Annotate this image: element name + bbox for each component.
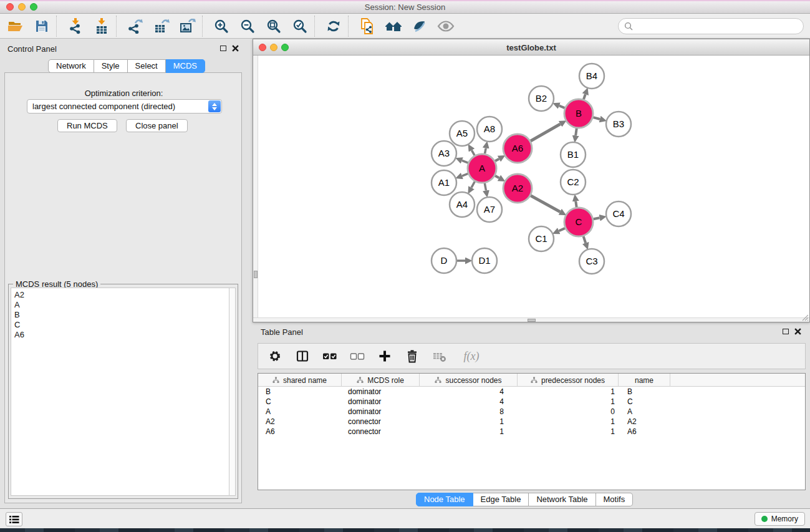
tab-select[interactable]: Select [128, 59, 166, 73]
graph-node-C2[interactable]: C2 [561, 170, 586, 195]
import-table-button[interactable] [90, 15, 113, 37]
export-image-button[interactable] [176, 15, 199, 37]
tab-network[interactable]: Network [48, 59, 94, 73]
apply-layout-button[interactable] [322, 15, 345, 37]
table-cell[interactable]: 1 [420, 417, 518, 427]
graph-node-A2[interactable]: A2 [503, 174, 532, 203]
mcds-result-list[interactable]: A2ABCA6 [11, 288, 229, 496]
table-row[interactable]: A6connector11A6 [258, 427, 805, 437]
table-cell[interactable]: A2 [619, 417, 670, 427]
mcds-result-item[interactable]: A2 [14, 290, 229, 300]
graph-edge-A2-C[interactable] [531, 196, 560, 212]
search-field[interactable] [618, 18, 804, 34]
column-header-name[interactable]: name [619, 374, 670, 387]
close-panel-icon[interactable] [232, 45, 239, 52]
graph-node-A5[interactable]: A5 [450, 121, 475, 146]
table-cell[interactable]: A6 [619, 427, 670, 437]
table-row[interactable]: Bdominator41B [258, 387, 805, 397]
table-settings-button[interactable] [266, 347, 284, 365]
table-cell[interactable]: A6 [258, 427, 342, 437]
table-close-panel-icon[interactable] [794, 328, 801, 335]
graph-edge-A-A2[interactable] [495, 176, 499, 178]
table-cell[interactable]: 0 [518, 407, 619, 417]
graph-node-D[interactable]: D [432, 248, 456, 273]
clone-network-button[interactable] [356, 15, 378, 37]
table-cell[interactable]: A [258, 407, 342, 417]
show-column-panel-button[interactable] [293, 347, 312, 365]
table-cell[interactable]: connector [342, 427, 420, 437]
graph-edge-B-B2[interactable] [559, 106, 565, 109]
graph-node-A8[interactable]: A8 [477, 117, 502, 142]
node-table[interactable]: shared nameMCDS rolesuccessor nodesprede… [258, 373, 806, 490]
graph-node-C1[interactable]: C1 [529, 226, 554, 251]
zoom-fit-button[interactable] [263, 15, 285, 37]
graph-node-B2[interactable]: B2 [529, 86, 554, 111]
table-tab-motifs[interactable]: Motifs [596, 493, 634, 506]
graph-node-A4[interactable]: A4 [450, 192, 475, 217]
mcds-result-item[interactable]: B [14, 310, 229, 320]
table-cell[interactable]: 1 [518, 417, 619, 427]
toggle-birds-eye-button[interactable] [435, 15, 457, 37]
close-panel-button[interactable]: Close panel [126, 119, 188, 132]
graph-node-A3[interactable]: A3 [432, 141, 456, 166]
mcds-result-item[interactable]: A6 [14, 330, 229, 340]
network-hscroll-thumb[interactable] [528, 319, 536, 322]
mcds-result-scrollbar[interactable] [229, 288, 236, 496]
graph-node-A7[interactable]: A7 [477, 197, 502, 222]
network-window-titlebar[interactable]: testGlobe.txt [253, 39, 809, 56]
criterion-dropdown[interactable]: largest connected component (directed) [27, 99, 222, 114]
table-cell[interactable]: 1 [420, 427, 518, 437]
graph-edge-B-B1[interactable] [576, 128, 577, 136]
network-vertical-scrollbar[interactable] [253, 56, 258, 318]
table-cell[interactable]: B [258, 387, 342, 397]
toggle-graphics-details-button[interactable] [408, 15, 431, 37]
graph-edge-A-A8[interactable] [485, 148, 486, 153]
table-cell[interactable]: dominator [342, 387, 420, 397]
float-panel-icon[interactable] [220, 46, 226, 51]
show-all-networks-button[interactable] [382, 15, 405, 37]
zoom-in-button[interactable] [210, 15, 233, 37]
table-cell[interactable]: 4 [420, 397, 518, 407]
graph-node-D1[interactable]: D1 [472, 248, 497, 273]
zoom-out-button[interactable] [236, 15, 259, 37]
export-table-button[interactable] [150, 15, 173, 37]
open-session-button[interactable] [4, 15, 27, 37]
table-tab-edge-table[interactable]: Edge Table [473, 493, 529, 506]
table-cell[interactable]: connector [342, 417, 420, 427]
table-cell[interactable]: dominator [342, 407, 420, 417]
graph-edge-A-A5[interactable] [471, 150, 475, 155]
graph-edge-A-A6[interactable] [495, 159, 499, 162]
graph-edge-C-C4[interactable] [594, 218, 600, 219]
unselect-all-columns-button[interactable] [348, 347, 367, 365]
graph-node-A6[interactable]: A6 [503, 134, 532, 163]
graph-edge-B-B4[interactable] [584, 94, 586, 99]
graph-node-A1[interactable]: A1 [432, 170, 456, 195]
table-row[interactable]: Adominator80A [258, 407, 805, 417]
table-tab-node-table[interactable]: Node Table [416, 493, 473, 506]
resize-handle-icon[interactable] [801, 313, 809, 321]
graph-node-B4[interactable]: B4 [579, 64, 604, 89]
table-row[interactable]: A2connector11A2 [258, 417, 805, 427]
select-all-columns-button[interactable] [321, 347, 339, 365]
table-cell[interactable]: 4 [420, 387, 518, 397]
network-horizontal-scrollbar[interactable] [253, 317, 809, 322]
table-cell[interactable]: dominator [342, 397, 420, 407]
graph-edge-B-B3[interactable] [593, 117, 600, 119]
table-cell[interactable]: A2 [258, 417, 342, 427]
table-tab-network-table[interactable]: Network Table [529, 493, 595, 506]
column-header-successor-nodes[interactable]: successor nodes [420, 374, 518, 387]
graph-node-B1[interactable]: B1 [561, 142, 586, 167]
tab-mcds[interactable]: MCDS [166, 59, 205, 73]
table-cell[interactable]: B [619, 387, 670, 397]
table-cell[interactable]: 1 [518, 427, 619, 437]
mcds-result-item[interactable]: A [14, 300, 229, 310]
table-cell[interactable]: A [619, 407, 670, 417]
network-canvas[interactable]: B4B2BB3A8A5A6A3B1AC2A1A2A4A7C4CC1DD1C3 [253, 56, 809, 318]
table-cell[interactable]: 1 [518, 387, 619, 397]
graph-edge-C-C1[interactable] [559, 228, 565, 231]
graph-edge-C-C3[interactable] [584, 236, 586, 243]
graph-edge-A-A4[interactable] [471, 181, 475, 188]
graph-node-B[interactable]: B [564, 99, 593, 128]
column-header-mcds-role[interactable]: MCDS role [342, 374, 420, 387]
graph-node-C[interactable]: C [564, 208, 593, 236]
